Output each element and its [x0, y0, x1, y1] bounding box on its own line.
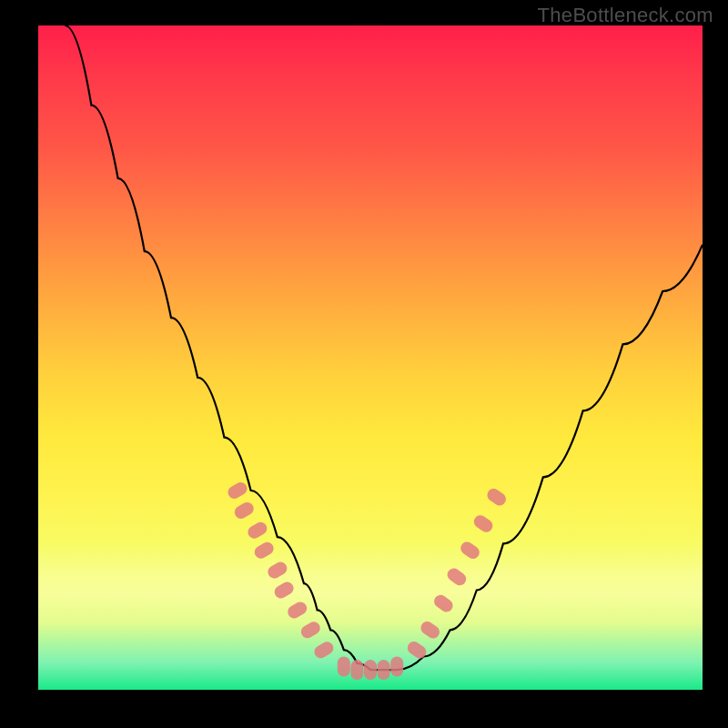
bead-marker: [390, 657, 403, 677]
bead-marker: [405, 639, 429, 661]
bead-marker: [338, 657, 350, 677]
bead-marker: [252, 540, 276, 561]
bead-marker: [232, 500, 256, 521]
bead-marker: [378, 660, 390, 680]
bead-marker: [485, 486, 509, 508]
chart-frame: TheBottleneck.com: [0, 0, 728, 728]
bead-marker: [364, 660, 377, 680]
bead-marker: [272, 580, 296, 601]
bead-marker: [286, 600, 309, 621]
bottleneck-curve: [65, 25, 703, 670]
bead-marker: [266, 560, 289, 581]
bead-marker: [419, 619, 442, 641]
bead-marker: [431, 592, 455, 614]
bead-marker: [246, 520, 269, 541]
bead-marker: [298, 620, 322, 641]
bead-marker: [471, 512, 495, 534]
plot-area: [38, 25, 703, 690]
watermark-text: TheBottleneck.com: [538, 4, 713, 27]
bead-marker: [458, 540, 481, 561]
bead-marker: [445, 566, 469, 588]
bead-marker: [312, 640, 336, 661]
bead-marker: [226, 480, 249, 500]
bead-marker: [350, 660, 363, 680]
curve-svg: [38, 25, 703, 690]
